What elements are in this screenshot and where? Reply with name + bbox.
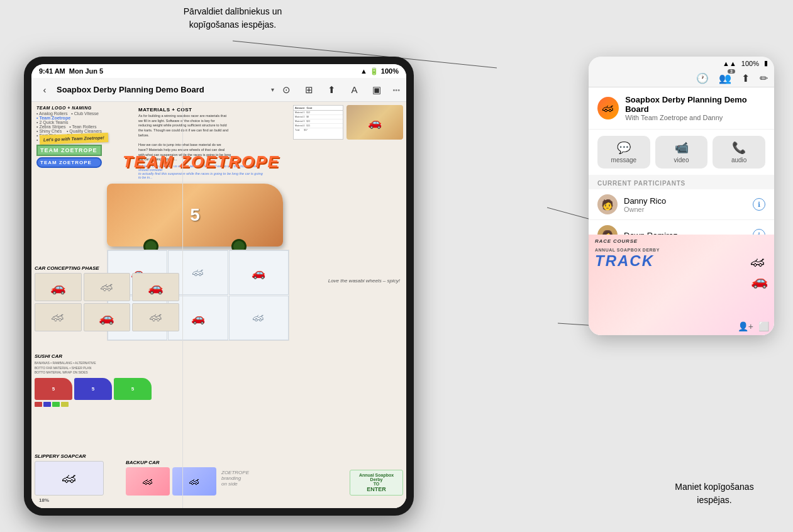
how-label: Annual Soapbox Derby: [353, 473, 400, 482]
sketch-6: 🏎: [132, 303, 179, 331]
board-info: Soapbox Derby Planning Demo Board With T…: [625, 95, 765, 121]
more-icon[interactable]: •••: [392, 86, 400, 94]
sushi-car-green: 5: [114, 378, 152, 400]
slippery-sketch: 🏎: [35, 461, 104, 496]
canvas-area[interactable]: Team Logo + Naming • Analog Rollers • Cl…: [31, 102, 406, 508]
color-red: [35, 402, 42, 407]
race-course-label: Race Course: [589, 235, 774, 245]
race-car-1: 🏎: [751, 254, 768, 270]
team-logo-section: Team Logo + Naming • Analog Rollers • Cl…: [36, 106, 102, 168]
people-badge: 3: [728, 69, 735, 74]
sketch-1: 🚗: [35, 273, 82, 301]
sushi-car-description: BANANAS • RAMBALANG • ALTERNATIVE BOTTO …: [35, 361, 173, 375]
car-concepting-section: Car Concepting Phase 🚗 🏎 🚗 🏎 🚗 🏎: [35, 265, 179, 331]
status-bar: 9:41 AM Mon Jun 5 ▲ 🔋 100%: [31, 64, 406, 78]
track-title: TRACK: [595, 252, 746, 270]
toolbar: ‹ Soapbox Derby Planning Demo Board ▾ ⊙ …: [31, 78, 406, 102]
board-header: 🏎 Soapbox Derby Planning Demo Board With…: [589, 87, 774, 129]
message-button[interactable]: 💬 message: [597, 136, 650, 169]
participant-info-btn-danny[interactable]: ℹ: [753, 198, 765, 211]
video-icon: 📹: [675, 141, 689, 155]
date: Mon Jun 5: [69, 67, 103, 75]
participant-info-danny: Danny Rico Owner: [624, 196, 746, 213]
board-avatar: 🏎: [597, 97, 619, 119]
video-button[interactable]: 📹 video: [655, 136, 708, 169]
slippery-label: Slippery Soapcar: [35, 453, 123, 459]
message-icon: 💬: [617, 141, 631, 155]
panel-status-bar: ▲▲ 100% ▮: [589, 57, 774, 70]
race-car-2: 🚗: [751, 273, 768, 289]
person-plus-icon[interactable]: 👤+: [738, 321, 753, 331]
color-blue: [43, 402, 51, 407]
sketch-4: 🏎: [35, 303, 82, 331]
search-icon[interactable]: ⊙: [279, 83, 293, 97]
materials-title: Materials + Cost: [138, 107, 264, 113]
sushi-car-sketches: 5 5 5: [35, 378, 176, 400]
time: 9:41 AM: [39, 67, 65, 75]
race-course-preview: Race Course Annual Soapbox Derby TRACK 🏎…: [589, 235, 774, 335]
car-number: 5: [190, 205, 200, 225]
action-buttons: 💬 message 📹 video 📞 audio: [589, 129, 774, 175]
sticky-note: Let's go with Team Zoetrope!: [40, 133, 108, 145]
backup-car-label: Backup Car: [126, 460, 264, 465]
progress-indicator: 18%: [39, 497, 49, 503]
clock-button[interactable]: 🕐: [696, 72, 709, 84]
color-yellow: [61, 402, 69, 407]
track-info: Annual Soapbox Derby TRACK: [595, 248, 746, 289]
dropdown-icon[interactable]: ▾: [271, 86, 274, 93]
status-left: 9:41 AM Mon Jun 5: [39, 67, 103, 75]
upload-icon[interactable]: ⬆: [324, 83, 338, 97]
cost-table: Amount Cost Material 1 $12 Material 2 $8…: [293, 105, 343, 140]
sushi-car-blue: 5: [74, 378, 112, 400]
sketch-3: 🚗: [132, 273, 179, 301]
ipad-frame: 9:41 AM Mon Jun 5 ▲ 🔋 100% ‹ Soapbox Der…: [24, 57, 414, 516]
audio-label: audio: [731, 157, 746, 163]
participant-name-danny: Danny Rico: [624, 196, 746, 206]
sushi-car-red: 5: [35, 378, 72, 400]
audio-icon: 📞: [732, 141, 746, 155]
top-annotation: Pārvaldiet dalībniekus un kopīgošanas ie…: [164, 5, 302, 31]
main-car-banner: Team Zoetrope: [113, 152, 289, 172]
detail-panel: ▲▲ 100% ▮ 🕐 👥 3 ⬆ ✏ 🏎 Soapbox Derby Plan…: [589, 57, 774, 335]
audio-button[interactable]: 📞 audio: [713, 136, 765, 169]
main-car-sketch: 5: [107, 184, 283, 247]
backup-car-blue: 🏎: [172, 467, 216, 496]
team-logo-title: Team Logo + Naming: [36, 106, 102, 110]
canvas-divider: [182, 102, 183, 508]
sketch-2: 🏎: [84, 273, 131, 301]
avatar-danny: 🧑: [597, 194, 618, 214]
video-label: video: [674, 157, 689, 163]
panel-wifi-icon: ▲▲: [723, 60, 736, 67]
car-wood-image: 🚗: [347, 105, 403, 140]
car-concepting-label: Car Concepting Phase: [35, 265, 179, 271]
zoetrope-logo-green: Team Zoetrope: [36, 145, 102, 156]
backup-car-pink: 🏎: [126, 467, 170, 496]
how-to-enter-box: Annual Soapbox Derby TO ENTER: [350, 470, 403, 496]
layout-icon[interactable]: ⊞: [302, 83, 316, 97]
edit-button[interactable]: ✏: [760, 72, 768, 84]
square-icon[interactable]: ⬜: [758, 321, 769, 331]
wifi-icon: ▲: [360, 67, 367, 75]
sketch-grid: 🚗 🏎 🚗 🏎 🚗 🏎: [35, 273, 179, 331]
zoetrope-logo-blue: Team Zoetrope: [36, 157, 102, 168]
media-icon[interactable]: ▣: [370, 83, 384, 97]
team-name-display: Team Zoetrope: [113, 152, 289, 172]
share-button[interactable]: ⬆: [741, 72, 750, 84]
people-button[interactable]: 👥 3: [719, 72, 731, 84]
battery-icon: 🔋: [370, 67, 379, 75]
color-boxes: [35, 402, 176, 407]
enter-label: ENTER: [353, 486, 400, 492]
backup-car-images: 🏎 🏎 ZOETROPE branding on side: [126, 467, 264, 496]
ipad-screen: 9:41 AM Mon Jun 5 ▲ 🔋 100% ‹ Soapbox Der…: [31, 64, 406, 508]
color-green: [52, 402, 60, 407]
text-icon[interactable]: A: [347, 83, 361, 97]
backup-car-note: ZOETROPE branding on side: [219, 467, 250, 496]
annual-derby-label: Annual Soapbox Derby: [595, 248, 746, 252]
participants-section-header: CURRENT PARTICIPANTS: [589, 175, 774, 189]
toolbar-icons: ⊙ ⊞ ⬆ A ▣ •••: [279, 83, 400, 97]
board-title: Soapbox Derby Planning Demo Board: [57, 85, 266, 94]
participant-row-danny: 🧑 Danny Rico Owner ℹ: [589, 189, 774, 220]
battery-percent: 100%: [381, 67, 399, 75]
blueprint-6: 🏎: [229, 296, 289, 340]
back-button[interactable]: ‹: [38, 83, 52, 97]
